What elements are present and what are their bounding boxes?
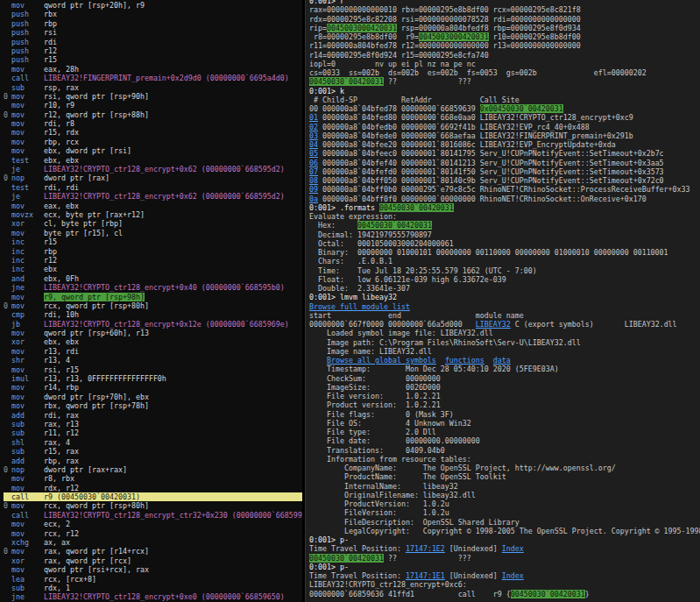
asm-line[interactable]: addrdi, rax: [4, 411, 302, 420]
asm-line[interactable]: 0movrsi, qword ptr [rsp+90h]: [4, 92, 302, 101]
asm-operands: rdi, r8: [44, 119, 74, 128]
asm-line[interactable]: subrsp, rax: [4, 83, 302, 92]
asm-line[interactable]: xchgax, ax: [4, 538, 302, 547]
console-link[interactable]: Index: [502, 544, 524, 553]
console-link[interactable]: functions: [445, 356, 484, 365]
asm-line[interactable]: movrbp, rcx: [4, 138, 302, 146]
asm-line[interactable]: xorcl, byte ptr [rbp]: [4, 219, 302, 228]
asm-line[interactable]: 0movrcx, qword ptr [rsp+80h]: [4, 301, 302, 310]
disassembly-panel[interactable]: movqword ptr [rsp+20h], r9pushrbxpushrbp…: [0, 0, 302, 602]
asm-line[interactable]: incr15: [4, 237, 302, 246]
asm-line[interactable]: testrdi, rdi: [4, 183, 302, 192]
asm-line[interactable]: movrsi, r15: [4, 365, 302, 374]
asm-line[interactable]: subr15, rax: [4, 447, 302, 456]
console-link[interactable]: Browse all global symbols: [327, 356, 436, 365]
asm-line[interactable]: xorebx, ebx: [4, 337, 302, 346]
asm-line[interactable]: 0nopdword ptr [rax]: [4, 174, 302, 182]
asm-line[interactable]: 0nopdword ptr [rax+rax]: [4, 465, 302, 474]
asm-mnemonic: mov: [11, 474, 44, 483]
asm-line[interactable]: incr12: [4, 256, 302, 265]
console-link[interactable]: 17147:1E2: [406, 544, 445, 553]
command-output-panel[interactable]: 0:001> rrax=0000000000000010 rbx=0000029…: [306, 0, 700, 602]
asm-line[interactable]: shrr13, 4: [4, 356, 302, 365]
asm-line[interactable]: movqword ptr [rsp+20h], r9: [4, 1, 302, 10]
asm-line[interactable]: movr9, qword ptr [rsp+98h]: [4, 293, 302, 301]
console-link[interactable]: 06: [309, 159, 318, 167]
console-link[interactable]: 0a: [309, 195, 318, 203]
asm-line[interactable]: movdword ptr [rsp+70h], ebx: [4, 393, 302, 401]
asm-mnemonic: mov: [11, 146, 44, 155]
console-link[interactable]: 01: [309, 113, 318, 122]
asm-line[interactable]: subrax, r13: [4, 420, 302, 428]
console-link[interactable]: LIBEAY32: [476, 320, 511, 329]
console-link[interactable]: 02: [309, 123, 318, 131]
asm-line[interactable]: movqword ptr [rsp+60h], r13: [4, 329, 302, 337]
asm-line[interactable]: pushr15: [4, 55, 302, 64]
asm-line[interactable]: incrbp: [4, 247, 302, 256]
asm-line[interactable]: jeLIBEAY32!CRYPTO_ctr128_encrypt+0x62 (0…: [4, 165, 302, 174]
asm-line[interactable]: subr11, r12: [4, 428, 302, 437]
command-output-lines: 0:001> rrax=0000000000000010 rbx=0000029…: [309, 0, 700, 598]
asm-mnemonic: mov: [11, 565, 44, 574]
console-link[interactable]: 04: [309, 140, 318, 149]
asm-line[interactable]: pushrbp: [4, 19, 302, 28]
asm-line[interactable]: movrcx, r12: [4, 529, 302, 538]
asm-line[interactable]: movr13, rdi: [4, 347, 302, 356]
asm-line[interactable]: callLIBEAY32!CRYPTO_ctr128_encrypt_ctr32…: [4, 511, 302, 520]
asm-operands: rdi, rax: [44, 411, 79, 420]
asm-operands: rdx, 1: [44, 584, 70, 592]
asm-line[interactable]: xorrax, qword ptr [rcx]: [4, 556, 302, 565]
console-link[interactable]: Browse full module list: [309, 302, 410, 311]
asm-line[interactable]: movrdx, r12: [4, 484, 302, 492]
console-text: C (export symbols) LIBEAY32.dll: [511, 320, 677, 329]
asm-line[interactable]: movebx, dword ptr [rsi]: [4, 146, 302, 155]
asm-line[interactable]: callLIBEAY32!FINGERPRINT_premain+0x2d9d0…: [4, 74, 302, 82]
asm-line[interactable]: subrdx, 1: [4, 584, 302, 592]
asm-line[interactable]: moveax, 28h: [4, 65, 302, 74]
console-link[interactable]: 17147:1E1: [406, 571, 445, 580]
asm-line[interactable]: 0movrax, qword ptr [r14+rcx]: [4, 547, 302, 556]
asm-line[interactable]: pushrsi: [4, 28, 302, 37]
asm-line[interactable]: movr10, r9: [4, 101, 302, 110]
asm-line[interactable]: addrbp, rax: [4, 457, 302, 465]
asm-line[interactable]: moveax, ebx: [4, 202, 302, 210]
console-text: 000000a8`04bfee20 00000001`8016086c LIBE…: [318, 140, 616, 149]
asm-line[interactable]: jneLIBEAY32!CRYPTO_ctr128_encrypt+0x40 (…: [4, 283, 302, 292]
asm-line[interactable]: testebx, ebx: [4, 156, 302, 165]
asm-line[interactable]: movecx, 2: [4, 520, 302, 528]
asm-line[interactable]: 0movr12, qword ptr [rsp+88h]: [4, 110, 302, 119]
asm-line[interactable]: movqword ptr [rsi+rcx], rax: [4, 565, 302, 574]
asm-line[interactable]: movr14, rbp: [4, 383, 302, 392]
asm-line[interactable]: jbLIBEAY32!CRYPTO_ctr128_encrypt+0x12e (…: [4, 320, 302, 329]
console-link[interactable]: 09: [309, 185, 318, 194]
asm-line[interactable]: jeLIBEAY32!CRYPTO_ctr128_encrypt+0x62 (0…: [4, 192, 302, 201]
asm-line[interactable]: movbyte ptr [r15], cl: [4, 229, 302, 237]
asm-line[interactable]: imulr13, r13, 0FFFFFFFFFFFFFFF0h: [4, 374, 302, 383]
asm-line[interactable]: pushr12: [4, 46, 302, 55]
console-link[interactable]: 08: [309, 176, 318, 185]
asm-line[interactable]: movrbx, qword ptr [rsp+78h]: [4, 401, 302, 410]
asm-line[interactable]: pushrbx: [4, 10, 302, 18]
console-link[interactable]: 03: [309, 131, 318, 140]
console-line: Browse full module list: [309, 302, 700, 311]
console-link[interactable]: data: [493, 356, 511, 365]
asm-line[interactable]: 0movrcx, qword ptr [rsp+80h]: [4, 501, 302, 510]
console-link[interactable]: 05: [309, 149, 318, 158]
asm-line[interactable]: learcx, [rcx+8]: [4, 575, 302, 584]
asm-line[interactable]: movr15, rdx: [4, 128, 302, 137]
asm-line[interactable]: cmprdi, 10h: [4, 310, 302, 319]
console-link[interactable]: 07: [309, 167, 318, 176]
asm-line[interactable]: movrdi, r8: [4, 119, 302, 128]
asm-line[interactable]: shlrax, 4: [4, 438, 302, 447]
asm-line[interactable]: incebx: [4, 265, 302, 273]
console-link[interactable]: Index: [502, 571, 524, 580]
asm-line[interactable]: jneLIBEAY32!CRYPTO_ctr128_encrypt+0xe0 (…: [4, 592, 302, 601]
asm-line[interactable]: movzxecx, byte ptr [rax+r12]: [4, 210, 302, 219]
console-line: 00 000000a8`04bfed78 00000000`66859639 0…: [309, 104, 700, 113]
asm-line[interactable]: callr9 (00450030`00420031): [4, 492, 302, 501]
asm-line[interactable]: movr8, rbx: [4, 474, 302, 483]
console-text: 000000a8`04bff0f0 00000000`00000000 Rhin…: [318, 195, 647, 203]
asm-mnemonic: mov: [11, 547, 44, 556]
asm-line[interactable]: pushrdi: [4, 38, 302, 46]
asm-line[interactable]: andebx, 0Fh: [4, 274, 302, 283]
